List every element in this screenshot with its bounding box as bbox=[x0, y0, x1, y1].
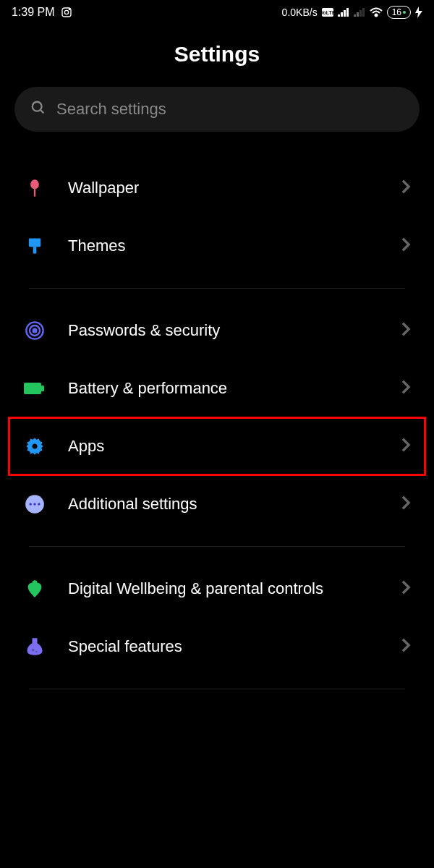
chevron-right-icon bbox=[401, 437, 411, 456]
svg-rect-12 bbox=[362, 8, 365, 17]
svg-point-25 bbox=[29, 503, 32, 506]
svg-rect-5 bbox=[338, 14, 340, 17]
heart-icon bbox=[23, 577, 46, 600]
search-placeholder: Search settings bbox=[56, 100, 166, 119]
divider bbox=[29, 689, 405, 689]
chevron-right-icon bbox=[401, 379, 411, 398]
battery-icon bbox=[23, 377, 46, 400]
settings-item-wellbeing[interactable]: Digital Wellbeing & parental controls bbox=[14, 560, 420, 618]
svg-rect-7 bbox=[344, 10, 346, 17]
search-input[interactable]: Search settings bbox=[14, 87, 420, 132]
settings-item-passwords[interactable]: Passwords & security bbox=[14, 302, 420, 359]
settings-item-themes[interactable]: Themes bbox=[14, 217, 420, 275]
svg-point-27 bbox=[38, 503, 41, 506]
svg-point-26 bbox=[33, 503, 36, 506]
flask-icon bbox=[23, 635, 46, 658]
svg-point-23 bbox=[33, 444, 38, 449]
brush-icon bbox=[23, 234, 46, 258]
signal-2-icon bbox=[354, 8, 365, 17]
instagram-icon bbox=[61, 7, 72, 18]
svg-rect-17 bbox=[33, 247, 37, 253]
settings-item-label: Battery & performance bbox=[68, 378, 379, 399]
page-title: Settings bbox=[0, 25, 434, 87]
fingerprint-icon bbox=[23, 319, 46, 342]
settings-item-apps[interactable]: Apps bbox=[9, 417, 425, 475]
svg-point-2 bbox=[69, 9, 69, 9]
chevron-right-icon bbox=[401, 579, 411, 598]
svg-rect-6 bbox=[341, 12, 343, 17]
signal-icon bbox=[338, 8, 349, 17]
svg-line-15 bbox=[41, 110, 44, 114]
svg-rect-9 bbox=[354, 14, 356, 17]
settings-item-label: Passwords & security bbox=[68, 320, 379, 341]
settings-item-label: Themes bbox=[68, 236, 379, 257]
volte-icon: VoLTE bbox=[322, 8, 333, 17]
settings-item-wallpaper[interactable]: Wallpaper bbox=[14, 159, 420, 217]
divider bbox=[29, 288, 405, 289]
svg-rect-16 bbox=[29, 239, 41, 247]
settings-item-additional[interactable]: Additional settings bbox=[14, 475, 420, 533]
settings-item-label: Digital Wellbeing & parental controls bbox=[68, 579, 379, 600]
svg-point-20 bbox=[33, 329, 37, 333]
chevron-right-icon bbox=[401, 495, 411, 514]
divider bbox=[29, 546, 405, 547]
settings-item-label: Apps bbox=[68, 436, 379, 457]
svg-rect-10 bbox=[357, 12, 359, 17]
data-rate: 0.0KB/s bbox=[282, 7, 318, 18]
settings-item-label: Additional settings bbox=[68, 494, 379, 515]
battery-indicator: 16 bbox=[387, 6, 411, 19]
status-time: 1:39 PM bbox=[12, 6, 55, 19]
settings-item-battery[interactable]: Battery & performance bbox=[14, 359, 420, 417]
svg-rect-11 bbox=[359, 10, 362, 17]
svg-point-13 bbox=[375, 14, 377, 17]
settings-item-special[interactable]: Special features bbox=[14, 618, 420, 676]
tulip-icon bbox=[23, 176, 46, 200]
search-icon bbox=[30, 100, 46, 119]
chevron-right-icon bbox=[401, 637, 411, 656]
dots-icon bbox=[23, 493, 46, 516]
gear-icon bbox=[23, 435, 46, 458]
settings-list: Wallpaper Themes Passwords & security Ba… bbox=[0, 159, 434, 689]
settings-item-label: Wallpaper bbox=[68, 178, 379, 199]
chevron-right-icon bbox=[401, 179, 411, 197]
svg-rect-22 bbox=[41, 386, 44, 391]
svg-text:VoLTE: VoLTE bbox=[322, 10, 333, 15]
status-bar: 1:39 PM 0.0KB/s VoLTE 16 bbox=[0, 0, 434, 25]
wifi-icon bbox=[370, 7, 383, 17]
settings-item-label: Special features bbox=[68, 637, 379, 658]
svg-rect-21 bbox=[24, 383, 41, 394]
svg-point-29 bbox=[32, 649, 35, 652]
svg-point-1 bbox=[64, 10, 68, 14]
svg-point-14 bbox=[33, 102, 42, 111]
chevron-right-icon bbox=[401, 237, 411, 255]
chevron-right-icon bbox=[401, 321, 411, 340]
svg-rect-8 bbox=[346, 8, 349, 17]
svg-point-30 bbox=[35, 651, 37, 652]
charging-icon bbox=[415, 7, 422, 18]
